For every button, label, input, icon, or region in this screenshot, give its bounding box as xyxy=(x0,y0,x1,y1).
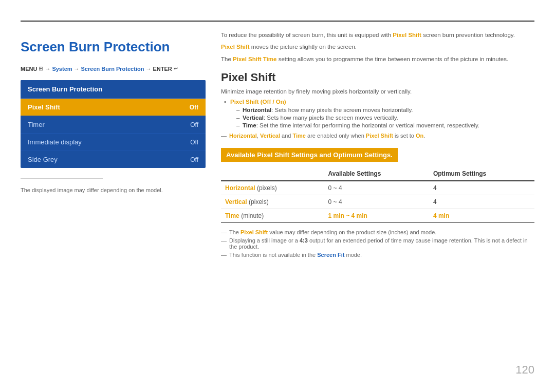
breadcrumb-arrow3: → xyxy=(145,66,151,72)
menu-box-header: Screen Burn Protection xyxy=(21,80,206,99)
breadcrumb-arrow2: → xyxy=(74,66,80,72)
menu-item-timer-value: Off xyxy=(190,121,198,128)
section-desc: Minimize image retention by finely movin… xyxy=(221,88,534,95)
row-opt-vertical: 4 xyxy=(429,195,534,209)
menu-item-timer-label: Timer xyxy=(28,121,45,128)
intro-line-3: The Pixel Shift Time setting allows you … xyxy=(221,55,534,64)
row-avail-horizontal: 0 ~ 4 xyxy=(324,181,429,195)
sub-item-horizontal: Horizontal: Sets how many pixels the scr… xyxy=(236,107,534,113)
section-title: Pixel Shift xyxy=(221,71,534,84)
footer-note-3: This function is not available in the Sc… xyxy=(221,252,534,258)
menu-item-pixel-shift-value: Off xyxy=(190,104,198,111)
menu-item-immediate-display-label: Immediate display xyxy=(28,138,82,146)
breadcrumb-menu-icon: ⊞ xyxy=(39,65,43,72)
vertical-term: Vertical xyxy=(243,115,264,121)
left-column: Screen Burn Protection MENU ⊞ → System →… xyxy=(21,31,206,371)
available-banner: Available Pixel Shift Settings and Optim… xyxy=(221,148,398,162)
row-label-time: Time (minute) xyxy=(221,209,324,222)
horizontal-term: Horizontal xyxy=(243,107,271,113)
table-row-time: Time (minute) 1 min ~ 4 min 4 min xyxy=(221,209,534,222)
bullet-item-pixel-shift: Pixel Shift (Off / On) Horizontal: Sets … xyxy=(226,99,534,128)
pixel-shift-off-on: Pixel Shift (Off / On) xyxy=(230,99,286,105)
intro-line-2: Pixel Shift moves the picture slightly o… xyxy=(221,43,534,51)
menu-item-side-grey[interactable]: Side Grey Off xyxy=(21,151,206,168)
time-note: Time xyxy=(293,133,306,139)
menu-item-side-grey-value: Off xyxy=(190,156,198,163)
vertical-note: Vertical xyxy=(260,133,280,139)
row-opt-horizontal: 4 xyxy=(429,181,534,195)
breadcrumb: MENU ⊞ → System → Screen Burn Protection… xyxy=(21,65,206,72)
table-row-vertical: Vertical (pixels) 0 ~ 4 4 xyxy=(221,195,534,209)
pixel-shift-time-highlight: Pixel Shift Time xyxy=(233,56,276,62)
horizontal-note: Horizontal xyxy=(229,133,257,139)
col-header-label xyxy=(221,167,324,181)
breadcrumb-enter-icon: ↵ xyxy=(174,65,178,72)
row-label-vertical: Vertical (pixels) xyxy=(221,195,324,209)
bullet-list: Pixel Shift (Off / On) Horizontal: Sets … xyxy=(221,99,534,128)
intro-line-1: To reduce the possibility of screen burn… xyxy=(221,31,534,40)
on-note: On xyxy=(416,133,423,139)
row-label-horizontal: Horizontal (pixels) xyxy=(221,181,324,195)
table-row-horizontal: Horizontal (pixels) 0 ~ 4 4 xyxy=(221,181,534,195)
sub-item-time: Time: Set the time interval for performi… xyxy=(236,122,534,128)
page-number: 120 xyxy=(515,363,534,377)
pixel-shift-highlight-2: Pixel Shift xyxy=(221,44,250,50)
col-header-available: Available Settings xyxy=(324,167,429,181)
enabled-note: Horizontal, Vertical and Time are enable… xyxy=(221,133,534,139)
menu-item-timer[interactable]: Timer Off xyxy=(21,116,206,134)
pixel-shift-note: Pixel Shift xyxy=(366,133,393,139)
footer-note-2: Displaying a still image or a 4:3 output… xyxy=(221,237,534,250)
menu-box: Screen Burn Protection Pixel Shift Off T… xyxy=(21,80,206,168)
breadcrumb-screen-burn: Screen Burn Protection xyxy=(81,66,144,72)
row-avail-time: 1 min ~ 4 min xyxy=(324,209,429,222)
sub-item-vertical: Vertical: Sets how many pixels the scree… xyxy=(236,115,534,121)
right-column: To reduce the possibility of screen burn… xyxy=(221,31,534,371)
left-divider xyxy=(21,178,103,179)
breadcrumb-system: System xyxy=(52,66,72,72)
col-header-optimum: Optimum Settings xyxy=(429,167,534,181)
breadcrumb-enter: ENTER xyxy=(153,66,172,72)
row-opt-time: 4 min xyxy=(429,209,534,222)
menu-item-side-grey-label: Side Grey xyxy=(28,156,58,163)
page-title: Screen Burn Protection xyxy=(21,39,206,55)
sub-list: Horizontal: Sets how many pixels the scr… xyxy=(230,107,534,128)
footer-note-1: The Pixel Shift value may differ dependi… xyxy=(221,229,534,235)
row-avail-vertical: 0 ~ 4 xyxy=(324,195,429,209)
breadcrumb-arrow1: → xyxy=(45,66,50,72)
settings-table: Available Settings Optimum Settings Hori… xyxy=(221,167,534,223)
menu-item-pixel-shift[interactable]: Pixel Shift Off xyxy=(21,99,206,116)
left-note: The displayed image may differ depending… xyxy=(21,187,206,193)
top-divider xyxy=(21,21,534,22)
footer-notes: The Pixel Shift value may differ dependi… xyxy=(221,229,534,258)
menu-item-immediate-display-value: Off xyxy=(190,139,198,146)
menu-item-pixel-shift-label: Pixel Shift xyxy=(28,103,60,111)
breadcrumb-menu: MENU xyxy=(21,66,37,72)
time-term: Time xyxy=(243,122,256,128)
pixel-shift-highlight-1: Pixel Shift xyxy=(393,32,421,38)
menu-item-immediate-display[interactable]: Immediate display Off xyxy=(21,134,206,151)
